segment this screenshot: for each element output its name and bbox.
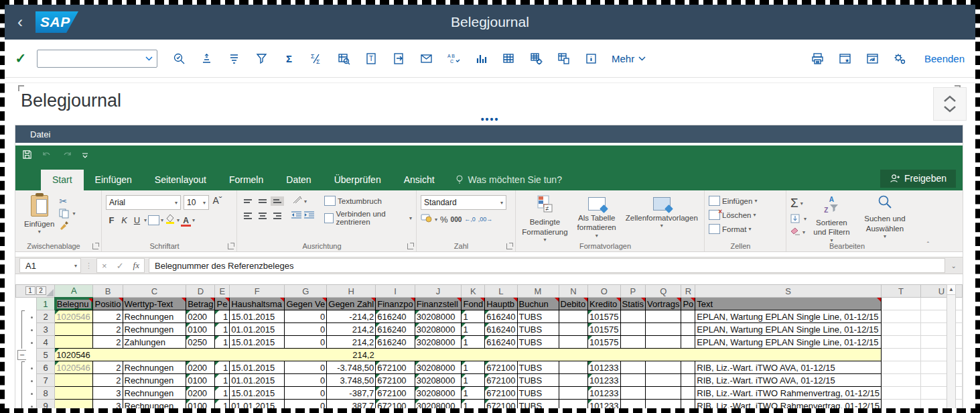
- column-header-G[interactable]: G: [285, 285, 327, 298]
- cell-D2[interactable]: 0200: [186, 310, 215, 323]
- collapse-ribbon-icon[interactable]: ˆ: [927, 241, 929, 249]
- enter-ok-icon[interactable]: ✓: [5, 50, 37, 66]
- table-search-icon[interactable]: [330, 48, 358, 68]
- column-header-C[interactable]: C: [123, 285, 186, 298]
- sort-filter-button[interactable]: AZ Sortieren und Filtern▾: [807, 193, 857, 246]
- column-header-I[interactable]: I: [376, 285, 415, 298]
- decrease-indent-icon[interactable]: [291, 210, 302, 222]
- customize-qat-icon[interactable]: [82, 150, 88, 162]
- subtotals-icon[interactable]: ΣΣ: [303, 48, 330, 68]
- cell-E2[interactable]: 1: [215, 310, 230, 323]
- cell-U4[interactable]: [920, 336, 962, 349]
- cell-I4[interactable]: 616240: [376, 336, 415, 349]
- cell-T4[interactable]: [881, 336, 920, 349]
- menu-datei[interactable]: Datei: [30, 129, 50, 139]
- cell-M6[interactable]: TUBS: [517, 361, 559, 374]
- command-field[interactable]: [37, 50, 157, 68]
- cell-J1[interactable]: Finanzstell: [415, 298, 462, 310]
- cell-B2[interactable]: 2: [93, 310, 123, 323]
- cell-T6[interactable]: [881, 361, 920, 374]
- beenden-button[interactable]: Beenden: [924, 53, 965, 64]
- tab-start[interactable]: Start: [41, 170, 84, 190]
- cell-K9[interactable]: 1: [462, 400, 485, 412]
- cell-B9[interactable]: 3: [93, 400, 123, 412]
- save-icon[interactable]: [22, 150, 32, 162]
- cell-styles-button[interactable]: Zellenformatvorlagen▾: [621, 193, 703, 231]
- cell-I7[interactable]: 672100: [376, 374, 415, 387]
- dialog-launcher-icon[interactable]: [506, 243, 512, 249]
- cell-T3[interactable]: [881, 323, 920, 336]
- cell-H2[interactable]: -214,2: [327, 310, 376, 323]
- column-header-F[interactable]: F: [230, 285, 285, 298]
- cell-H8[interactable]: -387,7: [327, 387, 376, 400]
- cell-M9[interactable]: TUBS: [517, 400, 559, 412]
- cell-A9[interactable]: [55, 400, 93, 412]
- column-header-M[interactable]: M: [517, 285, 559, 298]
- cell-D7[interactable]: 0100: [186, 374, 215, 387]
- name-box-arrow-icon[interactable]: ▾: [74, 263, 77, 269]
- send-mail-icon[interactable]: [413, 48, 440, 68]
- row-header-8[interactable]: 8: [36, 387, 54, 400]
- cell-T8[interactable]: [881, 387, 920, 400]
- cell-R2[interactable]: [681, 310, 695, 323]
- cell-H3[interactable]: 214,2: [327, 323, 376, 336]
- cell-E9[interactable]: 1: [215, 400, 230, 412]
- cell-J6[interactable]: 30208000: [415, 361, 462, 374]
- cell-A2[interactable]: 1020546: [55, 310, 93, 323]
- cell-F5[interactable]: [230, 349, 285, 361]
- cell-P1[interactable]: Statis: [620, 298, 646, 310]
- increase-indent-icon[interactable]: [303, 210, 315, 222]
- cell-O5[interactable]: [588, 349, 620, 361]
- grid-copy-icon[interactable]: [550, 48, 577, 68]
- cell-B6[interactable]: 2: [93, 361, 123, 374]
- cell-S8[interactable]: RIB, Liz.-Wart. iTWO Rahmenvertrag, 01-1…: [695, 387, 882, 400]
- number-format-combo[interactable]: Standard▾: [421, 195, 506, 210]
- row-header-6[interactable]: 6: [36, 361, 54, 374]
- cell-U8[interactable]: [920, 387, 962, 400]
- underline-button[interactable]: U: [131, 215, 143, 225]
- cell-G6[interactable]: 0: [285, 361, 327, 374]
- cell-C5[interactable]: [123, 349, 186, 361]
- cell-S3[interactable]: EPLAN, Wartung EPLAN Single Line, 01-12/…: [695, 323, 882, 336]
- cell-S5[interactable]: [695, 349, 882, 361]
- cell-O8[interactable]: 101233: [588, 387, 620, 400]
- cell-I8[interactable]: 672100: [376, 387, 415, 400]
- dialog-launcher-icon[interactable]: [407, 243, 413, 249]
- outline-collapse-button[interactable]: [16, 349, 26, 361]
- cell-M8[interactable]: TUBS: [517, 387, 559, 400]
- cell-P4[interactable]: [620, 336, 646, 349]
- settings-icon[interactable]: [886, 48, 914, 68]
- panel-scroll-buttons[interactable]: [933, 87, 967, 121]
- cell-K1[interactable]: Fond: [462, 298, 485, 310]
- cell-C6[interactable]: Rechnungen: [123, 361, 186, 374]
- column-header-A[interactable]: A: [55, 285, 93, 298]
- tab-ansicht[interactable]: Ansicht: [393, 170, 446, 190]
- cell-A5[interactable]: 1020546: [55, 349, 93, 361]
- accounting-format-icon[interactable]: [421, 213, 432, 225]
- undo-icon[interactable]: [42, 150, 52, 162]
- column-header-T[interactable]: T: [881, 285, 920, 298]
- row-header-2[interactable]: 2: [36, 310, 54, 323]
- cell-N3[interactable]: [559, 323, 588, 336]
- cell-T5[interactable]: [881, 349, 920, 361]
- outline-level-button-2[interactable]: 2: [36, 286, 46, 295]
- cell-D4[interactable]: 0250: [186, 336, 215, 349]
- cell-J3[interactable]: 30208000: [415, 323, 462, 336]
- column-header-O[interactable]: O: [588, 285, 620, 298]
- column-header-N[interactable]: N: [559, 285, 588, 298]
- cell-O3[interactable]: 101575: [588, 323, 620, 336]
- cell-J4[interactable]: 30208000: [415, 336, 462, 349]
- cell-E5[interactable]: [215, 349, 230, 361]
- cell-T7[interactable]: [881, 374, 920, 387]
- cell-Q8[interactable]: [646, 387, 681, 400]
- chart-icon[interactable]: [468, 48, 495, 68]
- cell-F3[interactable]: 01.01.2015: [230, 323, 285, 336]
- expand-formula-bar-icon[interactable]: ⌄: [949, 262, 959, 270]
- column-header-J[interactable]: J: [415, 285, 462, 298]
- cell-T9[interactable]: [881, 400, 920, 412]
- cell-D9[interactable]: 0100: [186, 400, 215, 412]
- cell-G3[interactable]: 0: [285, 323, 327, 336]
- chevron-down-icon[interactable]: [943, 105, 957, 113]
- select-all-corner[interactable]: 12: [16, 285, 55, 298]
- redo-icon[interactable]: [62, 150, 72, 162]
